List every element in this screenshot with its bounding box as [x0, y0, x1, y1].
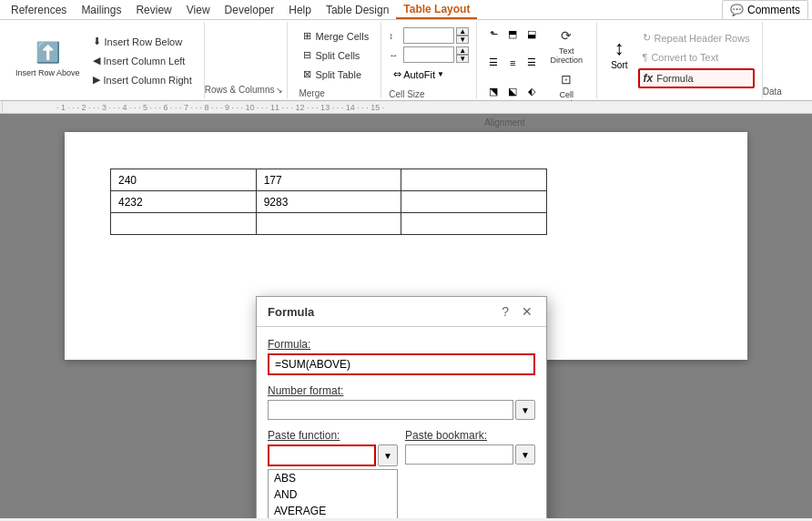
autofit-button[interactable]: ⇔ AutoFit ▼ [389, 66, 449, 83]
align-tl[interactable]: ⬑ [484, 26, 502, 42]
align-tr[interactable]: ⬓ [523, 26, 541, 42]
table-cell[interactable] [111, 213, 257, 235]
dialog-body: Formula: Number format: ▼ Paste function… [257, 327, 546, 518]
number-format-input[interactable] [268, 400, 513, 420]
function-abs[interactable]: ABS [269, 470, 397, 486]
insert-col-right-icon: ▶ [93, 74, 100, 86]
comment-icon: 💬 [730, 4, 744, 16]
formula-field: Formula: [268, 338, 535, 375]
height-spinner-row: ↕ 0,53 cm ▲ ▼ [389, 27, 469, 44]
paste-function-dropdown[interactable]: ▼ [378, 444, 398, 466]
height-down-button[interactable]: ▼ [456, 36, 469, 44]
paste-bookmark-input[interactable] [405, 444, 513, 465]
merge-cells-icon: ⊞ [303, 30, 311, 42]
split-cells-button[interactable]: ⊟ Split Cells [299, 46, 364, 64]
function-and[interactable]: AND [269, 486, 397, 503]
paste-bookmark-label: Paste bookmark: [405, 429, 535, 442]
ruler-inner: · 1 · · · 2 · · · 3 · · · 4 · · · 5 · · … [2, 101, 810, 113]
cell-size-label: Cell Size [389, 86, 424, 99]
menu-help[interactable]: Help [281, 2, 319, 18]
table-cell[interactable] [256, 213, 401, 235]
sort-button[interactable]: ↕ Sort [604, 26, 634, 80]
table-cell[interactable]: 9283 [256, 191, 401, 213]
table-cell[interactable] [401, 191, 547, 213]
autofit-label: AutoFit [403, 69, 435, 80]
align-mc[interactable]: ≡ [503, 55, 522, 71]
insert-row-above-icon: ⬆️ [36, 41, 60, 65]
menu-mailings[interactable]: Mailings [74, 2, 128, 18]
menu-references[interactable]: References [4, 2, 74, 18]
split-cells-icon: ⊟ [303, 49, 311, 61]
cell-margins-icon: ⊡ [561, 72, 572, 87]
merge-group-label: Merge [299, 85, 324, 98]
table-cell[interactable] [401, 169, 547, 191]
insert-col-right-button[interactable]: ▶ Insert Column Right [88, 71, 197, 88]
alignment-group-label: Alignment [484, 114, 524, 128]
paste-bookmark-dropdown[interactable]: ▼ [515, 444, 535, 465]
width-up-button[interactable]: ▲ [456, 46, 469, 55]
repeat-header-label: Repeat Header Rows [655, 33, 750, 44]
paste-bookmark-col: Paste bookmark: ▼ [405, 429, 535, 518]
convert-to-text-label: Convert to Text [651, 52, 718, 63]
align-mr[interactable]: ☰ [523, 55, 541, 71]
insert-col-left-button[interactable]: ◀ Insert Column Left [88, 52, 197, 69]
align-br[interactable]: ⬖ [523, 83, 541, 99]
formula-input[interactable] [268, 353, 535, 375]
menu-developer[interactable]: Developer [218, 2, 282, 18]
width-spinner-row: ↔ 5,33 cm ▲ ▼ [389, 46, 469, 63]
table-row [111, 213, 547, 235]
insert-col-right-label: Insert Column Right [104, 75, 192, 86]
ruler: · 1 · · · 2 · · · 3 · · · 4 · · · 5 · · … [0, 101, 812, 114]
comments-button[interactable]: 💬 Comments [722, 0, 808, 20]
number-format-label: Number format: [268, 384, 535, 397]
alignment-group: ⬑ ⬒ ⬓ ☰ ≡ ☰ ⬔ ⬕ ⬖ ⟳ Text Direction [477, 22, 597, 98]
rows-cols-expand-icon[interactable]: ↘ [276, 86, 283, 95]
convert-to-text-icon: ¶ [643, 52, 648, 63]
dialog-titlebar-buttons: ? ✕ [499, 304, 535, 319]
function-listbox[interactable]: ABS AND AVERAGE COUNT DEFINED FALSE IF I… [268, 469, 398, 518]
split-table-button[interactable]: ⊠ Split Table [299, 66, 366, 83]
align-bl[interactable]: ⬔ [484, 83, 502, 99]
ribbon-content: ⬆️ Insert Row Above ⬇ Insert Row Below ◀… [0, 20, 812, 100]
insert-row-below-label: Insert Row Below [105, 36, 183, 47]
table-cell[interactable]: 4232 [111, 191, 257, 213]
align-tc[interactable]: ⬒ [503, 26, 522, 42]
table-cell[interactable] [401, 213, 547, 235]
align-bc[interactable]: ⬕ [503, 83, 522, 99]
paste-function-input[interactable] [268, 444, 376, 466]
height-up-button[interactable]: ▲ [456, 27, 469, 36]
insert-row-above-button[interactable]: ⬆️ Insert Row Above [11, 27, 85, 91]
merge-cells-button[interactable]: ⊞ Merge Cells [299, 27, 373, 45]
menu-review[interactable]: Review [128, 2, 178, 18]
autofit-icon: ⇔ [393, 68, 401, 80]
text-direction-label: Text Direction [548, 46, 584, 65]
alignment-extra-btns: ⟳ Text Direction ⊡ Cell Margins [543, 26, 589, 111]
align-ml[interactable]: ☰ [484, 55, 502, 71]
convert-to-text-button[interactable]: ¶ Convert to Text [638, 49, 755, 66]
alignment-buttons-row: ⬑ ⬒ ⬓ ☰ ≡ ☰ ⬔ ⬕ ⬖ ⟳ Text Direction [484, 26, 589, 111]
formula-button[interactable]: fx Formula [638, 68, 755, 88]
height-input[interactable]: 0,53 cm [403, 27, 454, 44]
function-average[interactable]: AVERAGE [269, 503, 397, 518]
width-down-button[interactable]: ▼ [456, 55, 469, 63]
align-grid: ⬑ ⬒ ⬓ ☰ ≡ ☰ ⬔ ⬕ ⬖ [484, 26, 541, 111]
dialog-help-button[interactable]: ? [499, 304, 512, 319]
number-format-dropdown[interactable]: ▼ [515, 400, 535, 420]
insert-row-below-button[interactable]: ⬇ Insert Row Below [88, 33, 197, 50]
dialog-close-button[interactable]: ✕ [519, 304, 535, 319]
table-row: 240 177 [111, 169, 547, 191]
repeat-header-button[interactable]: ↻ Repeat Header Rows [638, 29, 755, 46]
rows-cols-group: ⬆️ Insert Row Above ⬇ Insert Row Below ◀… [4, 22, 205, 98]
table-cell[interactable]: 177 [256, 169, 401, 191]
cell-size-group: ↕ 0,53 cm ▲ ▼ ↔ 5,33 cm ▲ ▼ ⇔ AutoFit ▼ [381, 22, 477, 98]
table-cell[interactable]: 240 [111, 169, 257, 191]
menu-table-design[interactable]: Table Design [319, 2, 396, 18]
document-area: 240 177 4232 9283 Formula ? ✕ [0, 114, 812, 518]
formula-dialog: Formula ? ✕ Formula: Number format: [256, 296, 547, 518]
text-direction-button[interactable]: ⟳ Text Direction [543, 26, 589, 67]
menu-view[interactable]: View [179, 2, 218, 18]
width-input[interactable]: 5,33 cm [403, 46, 454, 63]
repeat-header-icon: ↻ [643, 32, 651, 44]
width-label: ↔ [389, 50, 401, 60]
menu-table-layout[interactable]: Table Layout [396, 1, 477, 19]
